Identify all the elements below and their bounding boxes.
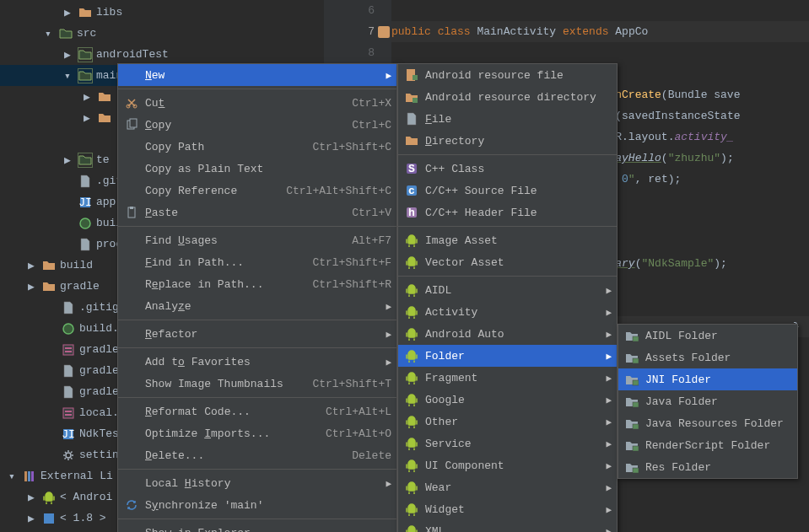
expand-chevron-icon[interactable]: ▶ <box>61 153 74 167</box>
menu-item-android-resource-directory[interactable]: Android resource directory <box>398 86 617 108</box>
menu-item-label: Wear <box>425 481 596 494</box>
menu-item-renderscript-folder[interactable]: RenderScript Folder <box>618 434 797 456</box>
menu-item-paste[interactable]: PasteCtrl+V <box>118 202 396 223</box>
code-text: (R.layout. <box>608 131 674 143</box>
menu-item-service[interactable]: Service▶ <box>398 433 617 454</box>
menu-item-vector-asset[interactable]: Vector Asset <box>398 251 617 273</box>
menu-item-label: Add to Favorites <box>145 356 375 368</box>
menu-item-google[interactable]: Google▶ <box>398 389 617 411</box>
menu-item-image-asset[interactable]: Image Asset <box>398 229 617 251</box>
blank-icon <box>123 476 140 491</box>
submenu-arrow-icon: ▶ <box>386 357 391 368</box>
menu-item-show-in-explorer[interactable]: Show in Explorer <box>118 522 396 532</box>
menu-item-c-c-header-file[interactable]: hC/C++ Header File <box>398 202 617 223</box>
menu-item-assets-folder[interactable]: Assets Folder <box>618 347 797 368</box>
code-text: (Bundle save <box>661 89 741 101</box>
android-icon <box>403 233 420 248</box>
menu-item-activity[interactable]: Activity▶ <box>398 301 617 323</box>
menu-item-synchronize-main[interactable]: Synchronize 'main' <box>118 494 396 516</box>
menu-item-label: Res Folder <box>645 461 792 474</box>
menu-item-label: C++ Class <box>425 163 612 175</box>
submenu-arrow-icon: ▶ <box>606 482 612 493</box>
expand-chevron-icon[interactable]: ▾ <box>5 470 19 483</box>
expand-chevron-icon[interactable]: ▶ <box>80 90 94 104</box>
menu-item-res-folder[interactable]: Res Folder <box>618 456 797 478</box>
menu-item-cut[interactable]: CutCtrl+X <box>118 92 396 114</box>
menu-item-jni-folder[interactable]: JNI Folder <box>618 368 797 390</box>
menu-item-other[interactable]: Other▶ <box>398 411 617 433</box>
menu-item-optimize-imports[interactable]: Optimize Imports...Ctrl+Alt+O <box>118 422 396 444</box>
svg-text:c: c <box>408 185 415 197</box>
menu-item-copy-as-plain-text[interactable]: Copy as Plain Text <box>118 158 396 180</box>
folder-icon <box>78 5 93 20</box>
expand-chevron-icon[interactable]: ▶ <box>24 491 38 504</box>
code-text: AppCo <box>615 25 648 38</box>
menu-item-android-auto[interactable]: Android Auto▶ <box>398 323 617 345</box>
expand-chevron-icon[interactable]: ▾ <box>41 27 55 40</box>
menu-item-ui-component[interactable]: UI Component▶ <box>398 454 617 476</box>
menu-item-android-resource-file[interactable]: Android resource file <box>398 64 617 86</box>
expand-chevron-icon[interactable]: ▾ <box>61 69 74 83</box>
menu-item-aidl[interactable]: AIDL▶ <box>398 279 617 301</box>
cpp-s-icon: S <box>403 161 420 176</box>
menu-item-file[interactable]: File <box>398 108 617 130</box>
code-call: ayHello <box>615 152 661 164</box>
folder-src-icon <box>78 153 93 168</box>
expand-chevron-icon[interactable]: ▶ <box>61 48 74 62</box>
menu-item-folder[interactable]: Folder▶ <box>398 345 617 367</box>
menu-separator <box>118 320 396 320</box>
tree-item[interactable]: ▾src <box>0 23 321 44</box>
menu-item-find-usages[interactable]: Find UsagesAlt+F7 <box>118 229 396 251</box>
menu-item-xml[interactable]: XML▶ <box>398 520 617 532</box>
submenu-arrow-icon: ▶ <box>386 478 391 489</box>
menu-item-add-to-favorites[interactable]: Add to Favorites▶ <box>118 351 396 373</box>
menu-item-java-folder[interactable]: Java Folder <box>618 390 797 412</box>
menu-item-replace-in-path[interactable]: Replace in Path...Ctrl+Shift+R <box>118 273 396 295</box>
menu-item-widget[interactable]: Widget▶ <box>398 498 617 520</box>
menu-item-aidl-folder[interactable]: AIDL Folder <box>618 325 797 347</box>
lib-icon <box>22 469 37 484</box>
expand-chevron-icon[interactable]: ▶ <box>24 512 38 525</box>
menu-item-c-c-source-file[interactable]: cC/C++ Source File <box>398 180 617 202</box>
new-submenu[interactable]: Android resource fileAndroid resource di… <box>397 63 618 532</box>
menu-item-copy[interactable]: CopyCtrl+C <box>118 114 396 136</box>
menu-item-c-class[interactable]: SC++ Class <box>398 158 617 180</box>
expand-chevron-icon[interactable]: ▶ <box>61 6 74 19</box>
expand-chevron-icon[interactable]: ▶ <box>80 111 94 125</box>
menu-item-analyze[interactable]: Analyze▶ <box>118 295 396 317</box>
menu-item-show-image-thumbnails[interactable]: Show Image ThumbnailsCtrl+Shift+T <box>118 373 396 395</box>
menu-item-directory[interactable]: Directory <box>398 130 617 152</box>
expand-chevron-icon[interactable]: ▶ <box>24 259 38 272</box>
file-icon <box>78 237 93 252</box>
blank-icon <box>123 448 140 463</box>
menu-shortcut: Alt+F7 <box>352 234 391 247</box>
android-icon <box>403 502 420 517</box>
menu-item-reformat-code[interactable]: Reformat Code...Ctrl+Alt+L <box>118 400 396 422</box>
menu-item-label: C/C++ Source File <box>425 185 612 197</box>
menu-shortcut: Ctrl+Alt+Shift+C <box>286 185 391 197</box>
menu-item-wear[interactable]: Wear▶ <box>398 476 617 498</box>
menu-item-find-in-path[interactable]: Find in Path...Ctrl+Shift+F <box>118 251 396 273</box>
tree-item[interactable]: ▶libs <box>0 2 321 23</box>
folder-submenu[interactable]: AIDL FolderAssets FolderJNI FolderJava F… <box>618 324 798 479</box>
gear-icon <box>61 448 76 463</box>
expand-chevron-icon[interactable]: ▶ <box>24 280 38 293</box>
folder-tpl-icon <box>623 350 640 365</box>
tree-item[interactable]: ▶androidTest <box>0 44 321 65</box>
menu-item-local-history[interactable]: Local History▶ <box>118 472 396 494</box>
menu-shortcut: Ctrl+Shift+T <box>312 378 391 390</box>
menu-item-fragment[interactable]: Fragment▶ <box>398 367 617 389</box>
menu-item-label: Android resource directory <box>425 91 612 104</box>
menu-item-new[interactable]: New▶ <box>118 64 396 86</box>
context-menu[interactable]: New▶CutCtrl+XCopyCtrl+CCopy PathCtrl+Shi… <box>117 63 397 532</box>
menu-item-delete[interactable]: Delete...Delete <box>118 444 396 466</box>
menu-item-refactor[interactable]: Refactor▶ <box>118 323 396 345</box>
blank-icon <box>123 298 140 314</box>
android-icon <box>403 480 420 495</box>
menu-item-copy-reference[interactable]: Copy ReferenceCtrl+Alt+Shift+C <box>118 180 396 202</box>
blank-icon <box>123 277 140 292</box>
menu-item-label: AIDL <box>425 284 596 297</box>
menu-item-copy-path[interactable]: Copy PathCtrl+Shift+C <box>118 136 396 158</box>
menu-item-java-resources-folder[interactable]: Java Resources Folder <box>618 412 797 434</box>
blank-icon <box>123 404 140 419</box>
